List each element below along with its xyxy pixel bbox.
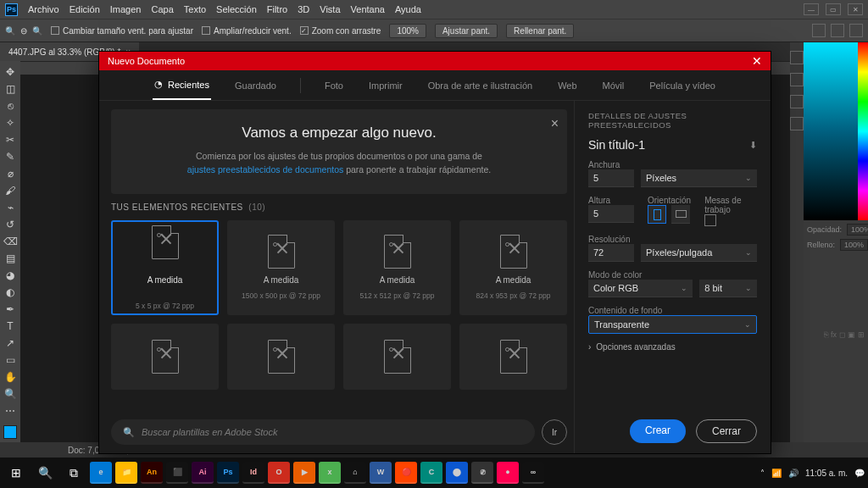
taskbar-app[interactable]: An xyxy=(141,462,163,484)
menu-item[interactable]: Ventana xyxy=(351,4,385,14)
close-dialog-icon[interactable]: ✕ xyxy=(752,54,762,68)
preset-card[interactable]: A medida 5 x 5 px @ 72 ppp xyxy=(111,220,219,315)
eyedropper-tool-icon[interactable]: ✎ xyxy=(2,149,19,164)
taskbar-app[interactable]: ⎚ xyxy=(471,462,493,484)
maximize-icon[interactable]: ▭ xyxy=(826,3,841,15)
preset-card[interactable] xyxy=(227,324,335,390)
opacity-value[interactable]: 100% xyxy=(847,224,868,236)
taskbar-app[interactable]: O xyxy=(268,462,290,484)
orientation-portrait-button[interactable] xyxy=(648,205,666,224)
clock[interactable]: 11:05 a. m. xyxy=(805,469,848,478)
menu-item[interactable]: 3D xyxy=(298,4,309,14)
preset-card[interactable]: A medida 824 x 953 px @ 72 ppp xyxy=(459,220,567,315)
preset-card[interactable]: A medida 1500 x 500 px @ 72 ppp xyxy=(227,220,335,315)
taskbar-app[interactable]: ⌂ xyxy=(344,462,366,484)
taskbar-app[interactable]: ∞ xyxy=(522,462,544,484)
tab-film[interactable]: Película y vídeo xyxy=(648,72,717,99)
background-select[interactable]: Transparente⌄ xyxy=(588,315,757,334)
taskbar-app[interactable]: e xyxy=(90,462,112,484)
layer-fx-icon[interactable]: fx xyxy=(831,330,837,339)
taskbar-app[interactable]: ▶ xyxy=(293,462,315,484)
volume-icon[interactable]: 🔊 xyxy=(788,469,798,478)
advanced-options-toggle[interactable]: ›Opciones avanzadas xyxy=(588,342,757,352)
panel-icon[interactable] xyxy=(790,73,804,86)
taskbar-app[interactable]: C xyxy=(420,462,442,484)
width-unit-select[interactable]: Píxeles⌄ xyxy=(641,169,757,187)
checkbox[interactable]: ✓ xyxy=(300,26,309,35)
menu-item[interactable]: Vista xyxy=(320,4,340,14)
preset-card[interactable] xyxy=(111,324,219,390)
orientation-landscape-button[interactable] xyxy=(671,205,690,224)
healing-tool-icon[interactable]: ⌀ xyxy=(2,166,19,181)
layer-mask-icon[interactable]: ◻ xyxy=(839,330,845,339)
task-view-icon[interactable]: ⧉ xyxy=(61,461,86,485)
taskbar-app[interactable]: x xyxy=(319,462,341,484)
search-taskbar-icon[interactable]: 🔍 xyxy=(32,461,58,485)
tab-web[interactable]: Web xyxy=(556,72,578,99)
taskbar-app[interactable]: ⬤ xyxy=(446,462,468,484)
zoom-tool-icon[interactable]: 🔍 xyxy=(32,26,42,36)
taskbar-app[interactable]: W xyxy=(370,462,392,484)
menu-item[interactable]: Ayuda xyxy=(395,4,421,14)
tab-recent[interactable]: ◔Recientes xyxy=(153,70,211,100)
fill-screen-button[interactable]: Rellenar pant. xyxy=(506,24,574,38)
height-input[interactable]: 5 xyxy=(588,205,634,223)
foreground-color[interactable] xyxy=(3,425,17,439)
hue-slider[interactable] xyxy=(858,42,868,220)
wifi-icon[interactable]: 📶 xyxy=(771,469,782,478)
taskbar-app[interactable]: 🔴 xyxy=(395,462,417,484)
new-layer-icon[interactable]: ⊞ xyxy=(858,330,865,339)
zoom-tool-icon[interactable]: 🔍 xyxy=(2,386,19,402)
fit-screen-button[interactable]: Ajustar pant. xyxy=(435,24,498,38)
minimize-icon[interactable]: — xyxy=(804,3,819,15)
marquee-tool-icon[interactable]: ◫ xyxy=(2,81,19,97)
create-button[interactable]: Crear xyxy=(630,419,686,443)
menu-item[interactable]: Filtro xyxy=(267,4,287,14)
resolution-input[interactable]: 72 xyxy=(588,244,634,262)
photoshop-icon[interactable]: Ps xyxy=(5,3,18,16)
more-icon[interactable]: ⋯ xyxy=(2,403,19,419)
preset-card[interactable]: A medida 512 x 512 px @ 72 ppp xyxy=(343,220,451,315)
resolution-unit-select[interactable]: Píxeles/pulgada⌄ xyxy=(641,244,757,262)
menu-item[interactable]: Edición xyxy=(70,4,100,14)
crop-tool-icon[interactable]: ✂ xyxy=(2,132,19,147)
panel-icon[interactable] xyxy=(812,24,826,37)
menu-item[interactable]: Archivo xyxy=(28,4,59,14)
hand-tool-icon[interactable]: ✋ xyxy=(2,369,19,385)
link-layers-icon[interactable]: ⎘ xyxy=(824,330,828,339)
taskbar-app[interactable]: ⬛ xyxy=(166,462,188,484)
checkbox[interactable] xyxy=(51,26,59,35)
shape-tool-icon[interactable]: ▭ xyxy=(2,352,19,368)
preset-card[interactable] xyxy=(343,324,451,390)
color-mode-select[interactable]: Color RGB⌄ xyxy=(588,280,693,297)
close-icon[interactable]: ✕ xyxy=(848,3,863,15)
bit-depth-select[interactable]: 8 bit⌄ xyxy=(699,280,757,297)
zoom-in-icon[interactable]: 🔍 xyxy=(5,26,15,36)
start-button[interactable]: ⊞ xyxy=(3,461,29,485)
blur-tool-icon[interactable]: ◕ xyxy=(2,268,19,283)
menu-item[interactable]: Texto xyxy=(184,4,206,14)
tab-mobile[interactable]: Móvil xyxy=(601,72,626,99)
tray-chevron-icon[interactable]: ˄ xyxy=(760,469,765,478)
notifications-icon[interactable]: 💬 xyxy=(854,469,865,478)
tab-art[interactable]: Obra de arte e ilustración xyxy=(426,72,535,99)
path-tool-icon[interactable]: ↗ xyxy=(2,336,19,351)
search-input[interactable]: 🔍 Buscar plantillas en Adobe Stock xyxy=(111,419,535,445)
taskbar-app[interactable]: ● xyxy=(497,462,519,484)
checkbox[interactable] xyxy=(202,26,210,35)
history-brush-tool-icon[interactable]: ↺ xyxy=(2,217,19,232)
tab-saved[interactable]: Guardado xyxy=(233,72,278,99)
width-input[interactable]: 5 xyxy=(588,169,634,187)
type-tool-icon[interactable]: T xyxy=(2,319,19,334)
tab-photo[interactable]: Foto xyxy=(323,72,345,99)
stamp-tool-icon[interactable]: ⌁ xyxy=(2,200,19,215)
panel-icon[interactable] xyxy=(790,51,804,64)
eraser-tool-icon[interactable]: ⌫ xyxy=(2,234,19,249)
fill-value[interactable]: 100% xyxy=(840,239,868,251)
zoom-100-button[interactable]: 100% xyxy=(389,24,426,38)
lasso-tool-icon[interactable]: ⎋ xyxy=(2,98,19,114)
dodge-tool-icon[interactable]: ◐ xyxy=(2,285,19,300)
save-preset-icon[interactable]: ⬇ xyxy=(749,140,757,151)
close-hero-icon[interactable]: × xyxy=(551,116,559,131)
artboards-checkbox[interactable] xyxy=(704,214,716,226)
